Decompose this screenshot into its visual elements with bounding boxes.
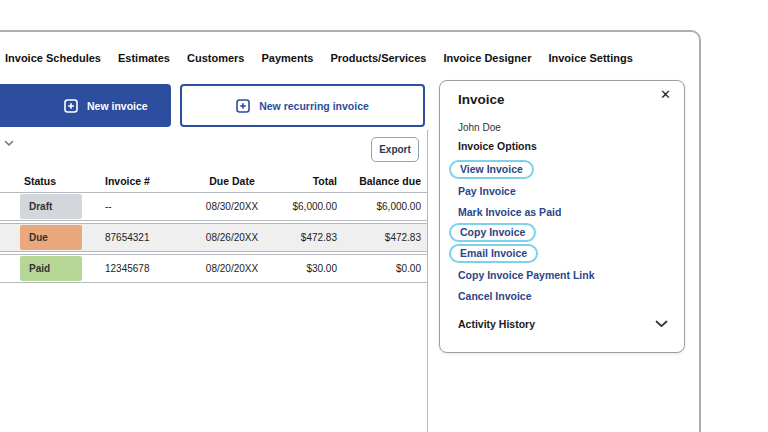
- option-email-invoice[interactable]: Email Invoice: [458, 243, 595, 264]
- status-badge: Draft: [20, 194, 82, 219]
- activity-history-label: Activity History: [458, 318, 535, 330]
- column-header-status: Status: [20, 175, 105, 187]
- status-badge: Due: [20, 225, 82, 250]
- cell-total: $6,000.00: [264, 201, 337, 212]
- column-header-balance-due: Balance due: [337, 175, 421, 187]
- cell-balance-due: $6,000.00: [337, 201, 421, 212]
- table-row[interactable]: Paid 12345678 08/20/20XX $30.00 $0.00: [0, 254, 427, 283]
- option-pay-invoice[interactable]: Pay Invoice: [458, 180, 595, 201]
- nav-payments[interactable]: Payments: [261, 52, 313, 64]
- cell-due-date: 08/30/20XX: [200, 201, 264, 212]
- top-navigation: Invoice Schedules Estimates Customers Pa…: [5, 52, 633, 64]
- nav-invoice-schedules[interactable]: Invoice Schedules: [5, 52, 101, 64]
- option-label: Copy Invoice Payment Link: [458, 269, 595, 281]
- option-label: View Invoice: [449, 160, 534, 179]
- nav-products-services[interactable]: Products/Services: [330, 52, 426, 64]
- table-row[interactable]: Due 87654321 08/26/20XX $472.83 $472.83: [0, 223, 427, 252]
- column-header-due-date: Due Date: [200, 175, 264, 187]
- option-cancel-invoice[interactable]: Cancel Invoice: [458, 285, 595, 306]
- new-invoice-button[interactable]: New invoice: [0, 84, 171, 127]
- nav-invoice-designer[interactable]: Invoice Designer: [443, 52, 531, 64]
- nav-estimates[interactable]: Estimates: [118, 52, 170, 64]
- invoice-table-pane: Export Status Invoice # Due Date Total B…: [0, 130, 428, 432]
- option-label: Pay Invoice: [458, 185, 516, 197]
- column-header-invoice-number: Invoice #: [105, 175, 200, 187]
- customer-name: John Doe: [458, 122, 501, 133]
- option-label: Cancel Invoice: [458, 290, 532, 302]
- invoice-options-list: View Invoice Pay Invoice Mark Invoice as…: [458, 159, 595, 306]
- new-invoice-label: New invoice: [87, 100, 148, 112]
- activity-history-toggle[interactable]: Activity History: [458, 318, 668, 330]
- option-copy-invoice[interactable]: Copy Invoice: [458, 222, 595, 243]
- cell-balance-due: $0.00: [337, 263, 421, 274]
- new-recurring-invoice-label: New recurring invoice: [259, 100, 369, 112]
- nav-customers[interactable]: Customers: [187, 52, 244, 64]
- status-badge: Paid: [20, 256, 82, 281]
- table-header-row: Status Invoice # Due Date Total Balance …: [0, 170, 427, 192]
- column-header-total: Total: [264, 175, 337, 187]
- table-body: Draft -- 08/30/20XX $6,000.00 $6,000.00 …: [0, 192, 427, 285]
- dropdown-caret-icon[interactable]: [4, 140, 14, 147]
- option-label: Email Invoice: [449, 244, 538, 263]
- option-label: Mark Invoice as Paid: [458, 206, 561, 218]
- invoice-detail-panel: Invoice ✕ John Doe Invoice Options View …: [439, 80, 685, 353]
- cell-balance-due: $472.83: [337, 232, 421, 243]
- cell-invoice-number: 87654321: [105, 232, 200, 243]
- export-button[interactable]: Export: [371, 137, 419, 162]
- plus-square-icon: [64, 99, 78, 113]
- invoice-options-heading: Invoice Options: [458, 140, 537, 152]
- nav-invoice-settings[interactable]: Invoice Settings: [548, 52, 632, 64]
- plus-square-icon: [236, 99, 250, 113]
- cell-invoice-number: --: [105, 201, 200, 212]
- panel-title: Invoice: [458, 92, 505, 107]
- app-frame: Invoice Schedules Estimates Customers Pa…: [0, 30, 701, 432]
- cell-invoice-number: 12345678: [105, 263, 200, 274]
- cell-due-date: 08/20/20XX: [200, 263, 264, 274]
- cell-due-date: 08/26/20XX: [200, 232, 264, 243]
- option-view-invoice[interactable]: View Invoice: [458, 159, 595, 180]
- new-recurring-invoice-button[interactable]: New recurring invoice: [180, 84, 425, 127]
- option-copy-invoice-payment-link[interactable]: Copy Invoice Payment Link: [458, 264, 595, 285]
- option-mark-invoice-as-paid[interactable]: Mark Invoice as Paid: [458, 201, 595, 222]
- cell-total: $472.83: [264, 232, 337, 243]
- chevron-down-icon: [655, 320, 668, 328]
- table-row[interactable]: Draft -- 08/30/20XX $6,000.00 $6,000.00: [0, 192, 427, 221]
- close-icon[interactable]: ✕: [660, 87, 671, 103]
- option-label: Copy Invoice: [449, 223, 536, 242]
- cell-total: $30.00: [264, 263, 337, 274]
